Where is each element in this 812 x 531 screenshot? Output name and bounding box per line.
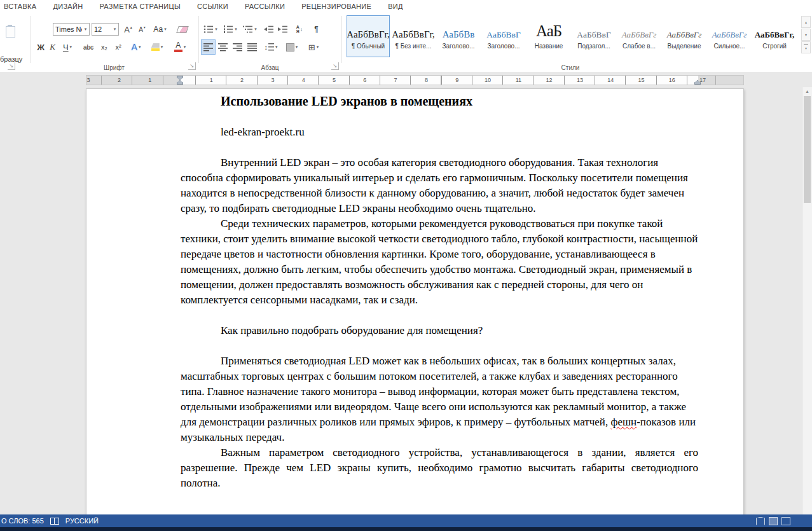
ruler[interactable]: 3211234567891011121314151617	[86, 75, 744, 85]
show-formatting-marks-button[interactable]: ¶	[310, 23, 322, 36]
increase-indent-button[interactable]	[276, 23, 289, 36]
style-item[interactable]: АаБбВвЗаголово...	[437, 15, 480, 57]
line-spacing-icon: ↕	[264, 43, 268, 51]
font-size-combo[interactable]: 12 ▾	[92, 23, 119, 36]
shading-icon	[286, 43, 294, 52]
web-layout-button[interactable]	[781, 517, 790, 525]
language-indicator[interactable]: РУССКИЙ	[60, 517, 104, 525]
ribbon-tab[interactable]: ВИД	[380, 0, 411, 13]
align-center-button[interactable]	[216, 40, 230, 54]
document-title[interactable]: Использование LED экранов в помещениях	[181, 93, 698, 109]
paragraph[interactable]: Важным параметром светодиодного устройст…	[181, 445, 698, 491]
paragraph[interactable]: Как правильно подобрать оборудование для…	[181, 323, 698, 338]
underline-button[interactable]: Ч▾	[58, 40, 76, 54]
numbering-button[interactable]: ▾	[221, 23, 239, 36]
font-name-combo[interactable]: Times New R ▾	[53, 23, 90, 36]
scrollbar-thumb[interactable]	[804, 96, 811, 203]
style-item[interactable]: АаБбВвГгВыделение	[663, 15, 706, 57]
paragraph[interactable]: Применяться светодиодная LED может как в…	[181, 354, 698, 445]
style-item[interactable]: АаБбВвГПодзагол...	[572, 15, 616, 57]
style-sample: АаБбВвГ	[573, 16, 615, 41]
style-item[interactable]: АаБбВвГгСильное...	[708, 15, 751, 57]
chevron-down-icon[interactable]: ▾	[317, 45, 319, 50]
paragraph-dialog-launcher[interactable]: ↘	[331, 62, 339, 70]
bold-button[interactable]: Ж	[35, 40, 46, 54]
paragraph-group-label: Абзац	[198, 64, 341, 71]
paragraph[interactable]: Внутренний LED экран – это особая катего…	[181, 155, 698, 216]
decrease-indent-button[interactable]	[262, 23, 275, 36]
word-count[interactable]: О СЛОВ: 565	[0, 517, 49, 525]
read-mode-button[interactable]	[756, 517, 765, 525]
bullets-button[interactable]: ▾	[202, 23, 219, 36]
text-highlight-button[interactable]: ▾	[148, 40, 167, 54]
style-item[interactable]: АаБбВвГг,¶ Обычный	[347, 15, 390, 57]
chevron-down-icon[interactable]: ▾	[296, 45, 298, 50]
ruler-number: 1	[148, 76, 151, 84]
clear-formatting-button[interactable]	[174, 23, 191, 36]
sort-button[interactable]: АЯ ↓	[291, 23, 308, 36]
chevron-down-icon[interactable]: ▾	[70, 45, 72, 50]
chevron-down-icon[interactable]: ▾	[139, 45, 141, 50]
change-case-button[interactable]: Аа▾	[151, 23, 169, 36]
chevron-down-icon[interactable]: ▾	[82, 24, 89, 35]
grow-font-button[interactable]: А▴	[121, 23, 135, 36]
align-left-button[interactable]	[202, 40, 215, 54]
multilevel-list-icon	[243, 25, 253, 34]
vertical-scrollbar[interactable]: ▴	[802, 87, 812, 514]
print-layout-button[interactable]	[769, 517, 778, 525]
superscript-button[interactable]: x²	[112, 40, 125, 54]
proofing-error-icon[interactable]	[49, 516, 60, 526]
gallery-scroll-up-button[interactable]: ▴	[801, 16, 811, 28]
italic-button[interactable]: К	[48, 40, 57, 54]
chevron-down-icon[interactable]: ▾	[215, 27, 217, 32]
chevron-down-icon[interactable]: ▾	[111, 24, 118, 35]
ribbon-tab[interactable]: ВСТАВКА	[1, 0, 45, 13]
gallery-more-button[interactable]: ▾	[801, 41, 811, 53]
subscript-button[interactable]: x₂	[98, 40, 111, 54]
line-spacing-button[interactable]: ↕ ▾	[262, 40, 280, 54]
font-dialog-launcher[interactable]: ↘	[188, 62, 196, 70]
style-item[interactable]: АаБНазвание	[527, 15, 570, 57]
styles-group: АаБбВвГг,¶ ОбычныйАаБбВвГг,¶ Без инте...…	[341, 13, 812, 72]
style-item[interactable]: АаБбВвГг,Строгий	[753, 15, 796, 57]
text-effects-button[interactable]: А▾	[127, 40, 145, 54]
document-page[interactable]: Использование LED экранов в помещенияхle…	[86, 88, 744, 514]
ribbon-tab[interactable]: РАЗМЕТКА СТРАНИЦЫ	[91, 0, 189, 13]
document-area[interactable]: Использование LED экранов в помещенияхle…	[0, 87, 812, 514]
paragraph[interactable]: Среди технических параметров, которыми р…	[181, 216, 698, 308]
scroll-up-arrow-icon[interactable]: ▴	[802, 88, 812, 94]
style-item[interactable]: АаБбВвГгСлабое в...	[617, 15, 661, 57]
status-bar: О СЛОВ: 565 РУССКИЙ	[0, 514, 812, 527]
multilevel-list-button[interactable]: ▾	[241, 23, 259, 36]
chevron-down-icon[interactable]: ▾	[184, 45, 186, 50]
grow-font-icon: А	[124, 25, 130, 34]
style-item[interactable]: АаБбВвГг,¶ Без инте...	[392, 15, 435, 57]
gallery-scroll-down-button[interactable]: ▾	[801, 29, 811, 41]
ribbon-tab[interactable]: ДИЗАЙН	[45, 0, 91, 13]
style-name: ¶ Без инте...	[392, 43, 434, 50]
font-group-label: Шрифт	[30, 64, 198, 71]
page-content[interactable]: Использование LED экранов в помещенияхle…	[181, 93, 698, 491]
ribbon-tab[interactable]: ССЫЛКИ	[189, 0, 237, 13]
paragraph[interactable]: led-ekran-proekt.ru	[181, 125, 698, 140]
style-sample: АаБбВвГг,	[347, 16, 389, 41]
chevron-down-icon[interactable]: ▾	[254, 27, 257, 32]
shrink-font-button[interactable]: А▾	[135, 23, 149, 36]
strikethrough-button[interactable]: abc	[80, 40, 97, 54]
ruler-number: 7	[394, 76, 397, 84]
chevron-down-icon[interactable]: ▾	[161, 45, 163, 50]
chevron-down-icon[interactable]: ▾	[235, 27, 237, 32]
chevron-down-icon[interactable]: ▾	[275, 45, 278, 50]
ribbon-tab[interactable]: РАССЫЛКИ	[237, 0, 293, 13]
borders-button[interactable]: ⊞ ▾	[304, 40, 323, 54]
shading-button[interactable]: ▾	[282, 40, 301, 54]
justify-button[interactable]	[245, 40, 259, 54]
ruler-number: 3	[271, 76, 274, 84]
ribbon-tab[interactable]: РЕЦЕНЗИРОВАНИЕ	[293, 0, 380, 13]
sort-icon: АЯ ↓	[296, 25, 303, 34]
font-color-button[interactable]: А▾	[170, 40, 189, 54]
style-item[interactable]: АаБбВвГЗаголово...	[482, 15, 525, 57]
align-right-button[interactable]	[231, 40, 244, 54]
clipboard-dialog-launcher[interactable]: ↘	[8, 62, 15, 70]
taskbar-edge	[0, 527, 812, 531]
